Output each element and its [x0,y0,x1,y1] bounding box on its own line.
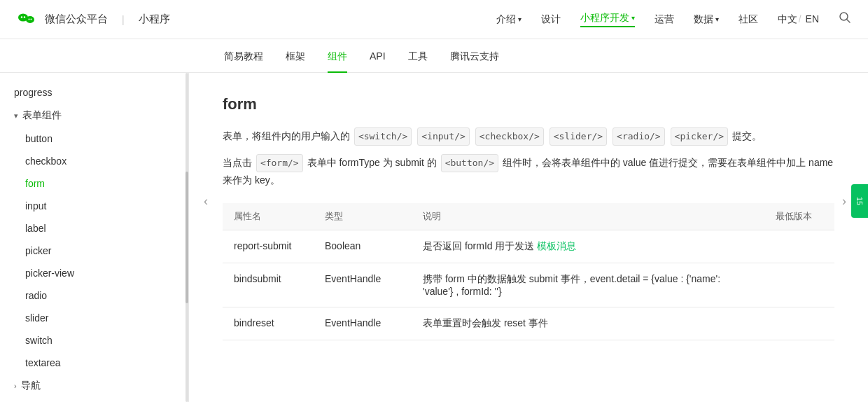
top-navigation: 微信公众平台 | 小程序 介绍 ▾ 设计 小程序开发 ▾ 运营 数据 ▾ 社区 … [0,0,868,39]
section-label: 小程序 [139,13,170,26]
chevron-down-icon: ▾ [631,14,635,22]
site-name: 微信公众平台 [45,13,108,26]
main-content: form 表单，将组件内的用户输入的 <switch/> <input/> <c… [189,73,868,402]
table-header: 属性名 类型 说明 最低版本 [223,203,834,230]
sidebar-item-slider[interactable]: slider [0,307,188,329]
nav-item-community[interactable]: 社区 [738,13,758,26]
template-msg-link[interactable]: 模板消息 [537,240,576,251]
float-feedback-button[interactable]: 15 [851,184,868,218]
wechat-logo-icon [17,10,36,29]
cell-desc-report-submit: 是否返回 formId 用于发送 模板消息 [412,230,764,263]
code-tag-form: <form/> [256,154,303,172]
float-btn-label: 15 [855,197,864,205]
nav-items: 介绍 ▾ 设计 小程序开发 ▾ 运营 数据 ▾ 社区 中文/ EN [496,11,851,27]
chevron-down-icon: ▾ [14,111,18,120]
sidebar-item-switch[interactable]: switch [0,329,188,352]
table-row: bindsubmit EventHandle 携带 form 中的数据触发 su… [223,263,834,307]
cell-name-bindreset: bindreset [223,307,314,340]
search-icon[interactable] [839,11,851,27]
chevron-down-icon: ▾ [715,15,719,23]
attribute-table: 属性名 类型 说明 最低版本 report-s [223,203,834,340]
code-tag-input: <input/> [417,127,470,146]
nav-item-ops[interactable]: 运营 [654,13,674,26]
chevron-right-icon: › [14,382,17,390]
subnav-components[interactable]: 组件 [328,39,347,73]
cell-type-bindsubmit: EventHandle [314,263,412,307]
subnav-framework[interactable]: 框架 [286,39,305,73]
sidebar-item-radio[interactable]: radio [0,284,188,307]
col-header-desc: 说明 [412,203,764,230]
cell-version-bindreset [764,307,834,340]
table-row: bindreset EventHandle 表单重置时会触发 reset 事件 [223,307,834,340]
cell-desc-bindreset: 表单重置时会触发 reset 事件 [412,307,764,340]
svg-point-3 [26,16,34,23]
nav-divider: | [122,14,125,25]
col-header-name: 属性名 [223,203,314,230]
code-tag-slider: <slider/> [550,127,607,146]
lang-switch[interactable]: 中文/ EN [778,13,819,26]
cell-type-report-submit: Boolean [314,230,412,263]
code-tag-picker: <picker/> [671,127,728,146]
col-header-version: 最低版本 [764,203,834,230]
subnav-tutorial[interactable]: 简易教程 [224,39,263,73]
table-row: report-submit Boolean 是否返回 formId 用于发送 模… [223,230,834,263]
cell-version-report-submit [764,230,834,263]
sidebar-item-picker[interactable]: picker [0,240,188,262]
sidebar-item-checkbox[interactable]: checkbox [0,150,188,172]
sidebar-section-nav[interactable]: › 导航 [0,374,188,398]
svg-point-5 [31,18,32,20]
col-header-type: 类型 [314,203,412,230]
nav-item-intro[interactable]: 介绍 ▾ [496,13,522,26]
sidebar-item-picker-view[interactable]: picker-view [0,262,188,284]
main-layout: progress ▾ 表单组件 button checkbox form inp… [0,73,868,402]
nav-item-dev[interactable]: 小程序开发 ▾ [580,12,635,27]
sidebar-scrollbar[interactable] [186,73,188,402]
code-tag-checkbox: <checkbox/> [475,127,544,146]
cell-type-bindreset: EventHandle [314,307,412,340]
description-1: 表单，将组件内的用户输入的 <switch/> <input/> <checkb… [223,127,834,146]
chevron-down-icon: ▾ [518,15,522,23]
description-2: 当点击 <form/> 表单中 formType 为 submit 的 <but… [223,154,834,189]
sidebar-item-form[interactable]: form [0,172,188,195]
svg-point-2 [24,16,25,18]
cell-desc-bindsubmit: 携带 form 中的数据触发 submit 事件，event.detail = … [412,263,764,307]
sidebar-item-textarea[interactable]: textarea [0,352,188,374]
sidebar-scrollbar-thumb [186,172,188,303]
sub-navigation: 简易教程 框架 组件 API 工具 腾讯云支持 [0,39,868,73]
svg-point-4 [29,18,30,20]
page-title: form [223,95,834,113]
code-tag-switch: <switch/> [354,127,412,146]
sidebar-item-progress[interactable]: progress [0,81,188,104]
svg-line-7 [847,20,850,23]
sidebar: progress ▾ 表单组件 button checkbox form inp… [0,73,189,402]
subnav-api[interactable]: API [370,39,386,73]
sidebar-section-form[interactable]: ▾ 表单组件 [0,104,188,127]
prev-arrow-button[interactable]: ‹ [196,191,216,211]
cell-version-bindsubmit [764,263,834,307]
code-tag-button: <button/> [441,154,498,172]
svg-point-1 [21,16,22,18]
sidebar-item-input[interactable]: input [0,195,188,217]
subnav-cloud[interactable]: 腾讯云支持 [450,39,499,73]
cell-name-bindsubmit: bindsubmit [223,263,314,307]
logo-area: 微信公众平台 | 小程序 [17,10,170,29]
subnav-tools[interactable]: 工具 [408,39,428,73]
sidebar-item-button[interactable]: button [0,127,188,150]
cell-name-report-submit: report-submit [223,230,314,263]
nav-item-data[interactable]: 数据 ▾ [694,13,719,26]
code-tag-radio: <radio/> [612,127,665,146]
nav-item-design[interactable]: 设计 [541,13,561,26]
sidebar-item-label[interactable]: label [0,217,188,240]
